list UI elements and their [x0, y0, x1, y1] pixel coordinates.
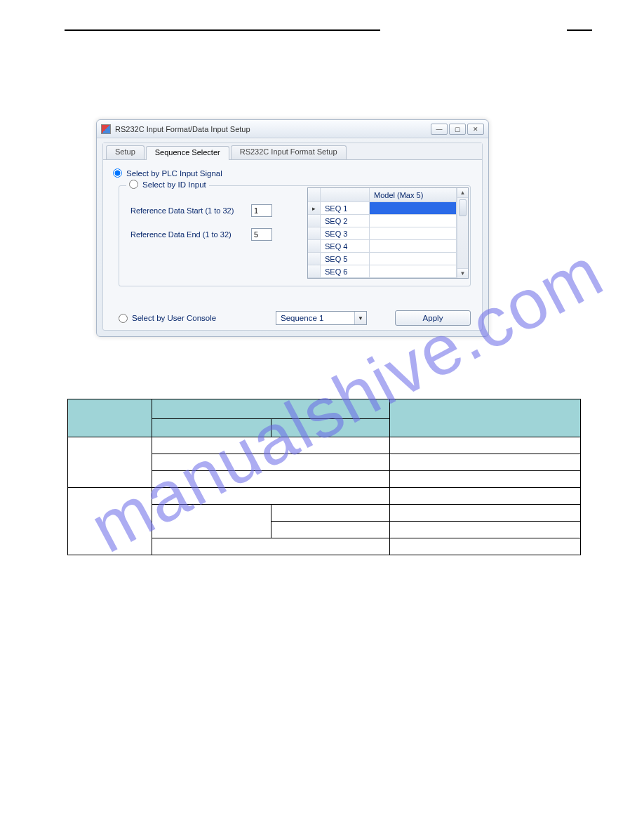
doc-th	[152, 399, 390, 419]
tab-strip: Setup Sequence Selecter RS232C Input For…	[103, 143, 482, 160]
row-marker	[308, 265, 321, 277]
seq-cell: SEQ 4	[321, 240, 370, 252]
row-marker	[308, 215, 321, 227]
maximize-icon: ▢	[455, 126, 461, 133]
form-left: Reference Data Start (1 to 32) Reference…	[130, 204, 272, 252]
radio-select-user-console[interactable]: Select by User Console	[119, 314, 276, 323]
model-cell[interactable]	[370, 265, 457, 277]
grid-scrollbar[interactable]: ▲ ▼	[457, 188, 468, 278]
radio-select-plc-input[interactable]	[113, 168, 122, 178]
scroll-down-icon[interactable]: ▼	[457, 268, 468, 278]
doc-table	[67, 399, 581, 555]
scroll-up-icon[interactable]: ▲	[457, 188, 468, 198]
close-icon: ✕	[473, 126, 478, 133]
ref-start-input[interactable]	[251, 204, 272, 217]
radio-user-console-label: Select by User Console	[132, 314, 216, 322]
group-select-by-id: Select by ID Input Reference Data Start …	[119, 185, 471, 286]
model-cell[interactable]	[370, 253, 457, 265]
window-title: RS232C Input Format/Data Input Setup	[115, 125, 431, 133]
radio-select-plc-label: Select by PLC Input Signal	[126, 169, 222, 178]
doc-th	[390, 399, 581, 437]
minimize-icon: —	[436, 126, 443, 133]
seq-cell: SEQ 3	[321, 227, 370, 239]
table-row[interactable]: SEQ 3	[308, 227, 457, 240]
sequence-grid[interactable]: Model (Max 5) SEQ 1 SEQ 2	[307, 187, 469, 279]
minimize-button[interactable]: —	[431, 124, 448, 135]
model-cell[interactable]	[370, 240, 457, 252]
tab-rs232c-format[interactable]: RS232C Input Format Setup	[231, 145, 347, 159]
app-icon	[101, 124, 111, 134]
tab-setup[interactable]: Setup	[106, 145, 145, 159]
radio-select-plc[interactable]: Select by PLC Input Signal	[113, 168, 472, 178]
seq-cell: SEQ 5	[321, 253, 370, 265]
grid-header-model: Model (Max 5)	[370, 188, 457, 201]
table-row[interactable]: SEQ 6	[308, 265, 457, 278]
model-cell[interactable]	[370, 215, 457, 227]
seq-cell: SEQ 1	[321, 202, 370, 214]
table-row[interactable]: SEQ 1	[308, 202, 457, 215]
dialog-body: Setup Sequence Selecter RS232C Input For…	[102, 143, 483, 331]
row-marker	[308, 253, 321, 265]
row-marker	[308, 227, 321, 239]
radio-user-console-input[interactable]	[119, 314, 128, 323]
tab-content: Select by PLC Input Signal Select by ID …	[103, 160, 482, 330]
page-top-rule-left	[65, 29, 380, 31]
doc-th	[271, 419, 390, 437]
ref-end-input[interactable]	[251, 228, 272, 241]
doc-th	[152, 419, 271, 437]
model-cell[interactable]	[370, 202, 457, 214]
row-marker	[308, 240, 321, 252]
seq-cell: SEQ 6	[321, 265, 370, 277]
row-marker	[308, 202, 321, 214]
ref-start-label: Reference Data Start (1 to 32)	[130, 206, 251, 215]
grid-header-seq	[321, 188, 370, 201]
sequence-combo[interactable]: Sequence 1 ▼	[276, 311, 367, 325]
apply-button[interactable]: Apply	[395, 310, 471, 326]
bottom-row: Select by User Console Sequence 1 ▼ Appl…	[119, 310, 471, 326]
model-cell[interactable]	[370, 227, 457, 239]
doc-th	[68, 399, 152, 437]
radio-select-id-label: Select by ID Input	[142, 180, 206, 189]
dialog-rs232c-setup: RS232C Input Format/Data Input Setup — ▢…	[96, 119, 489, 337]
radio-select-id[interactable]: Select by ID Input	[126, 180, 209, 189]
maximize-button[interactable]: ▢	[449, 124, 466, 135]
tab-sequence-selecter[interactable]: Sequence Selecter	[146, 146, 229, 160]
table-row[interactable]: SEQ 2	[308, 215, 457, 227]
sequence-combo-value: Sequence 1	[281, 314, 323, 322]
titlebar[interactable]: RS232C Input Format/Data Input Setup — ▢…	[97, 120, 488, 138]
doc-row	[68, 488, 581, 505]
scroll-thumb[interactable]	[459, 199, 467, 216]
grid-header-marker	[308, 188, 321, 201]
chevron-down-icon[interactable]: ▼	[354, 312, 366, 324]
table-row[interactable]: SEQ 4	[308, 240, 457, 253]
radio-select-id-input[interactable]	[129, 180, 138, 189]
ref-end-label: Reference Data End (1 to 32)	[130, 230, 251, 239]
page-top-rule-right	[567, 29, 592, 31]
doc-row	[68, 437, 581, 454]
close-button[interactable]: ✕	[467, 124, 484, 135]
table-row[interactable]: SEQ 5	[308, 253, 457, 265]
seq-cell: SEQ 2	[321, 215, 370, 227]
